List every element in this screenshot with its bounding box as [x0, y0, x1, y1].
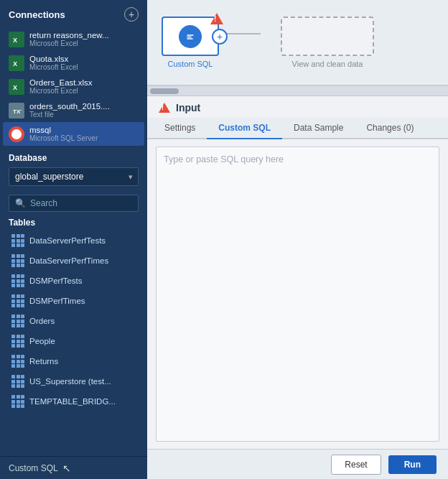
table-name: Orders — [29, 317, 55, 325]
tabs-bar: Settings Custom SQL Data Sample Changes … — [147, 118, 448, 139]
svg-text:X: X — [13, 37, 17, 44]
table-item[interactable]: DSMPerfTests — [9, 271, 139, 291]
node-icon — [179, 25, 202, 48]
node-label: Custom SQL — [168, 60, 213, 68]
database-dropdown[interactable]: global_superstore — [9, 167, 139, 186]
tab-custom-sql[interactable]: Custom SQL — [207, 118, 282, 139]
table-grid-icon — [11, 395, 24, 408]
table-item[interactable]: DataServerPerfTimes — [9, 251, 139, 271]
add-connection-button[interactable]: + — [124, 7, 139, 22]
connection-type: Text file — [29, 111, 110, 118]
svg-text:TXT: TXT — [13, 108, 22, 115]
connection-type: Microsoft Excel — [29, 87, 93, 95]
table-item[interactable]: People — [9, 331, 139, 351]
right-content: + Custom SQL View and clean data Input — [147, 0, 448, 479]
search-section: 🔍 — [0, 190, 147, 218]
table-name: People — [29, 337, 55, 345]
connection-info: mssql Microsoft SQL Server — [29, 126, 98, 142]
table-grid-icon — [11, 254, 24, 267]
connection-item[interactable]: X Quota.xlsx Microsoft Excel — [3, 51, 144, 75]
excel-icon: X — [9, 55, 24, 71]
custom-sql-node-box: + — [162, 17, 219, 56]
action-bar: Reset Run — [147, 449, 448, 479]
connection-name: mssql — [29, 126, 98, 134]
tab-data-sample[interactable]: Data Sample — [282, 118, 355, 139]
table-name: Returns — [29, 357, 58, 366]
run-button[interactable]: Run — [388, 455, 437, 474]
table-item[interactable]: Orders — [9, 311, 139, 331]
view-clean-label: View and clean data — [292, 60, 363, 68]
connection-info: Orders_East.xlsx Microsoft Excel — [29, 78, 93, 95]
table-item[interactable]: TEMPTABLE_BRIDG... — [9, 391, 139, 411]
table-item[interactable]: DataServerPerfTests — [9, 231, 139, 251]
table-grid-icon — [11, 375, 24, 388]
table-grid-icon — [11, 274, 24, 287]
input-section: Input Settings Custom SQL Data Sample Ch… — [147, 96, 448, 449]
connection-item[interactable]: TXT orders_south_2015.... Text file — [3, 98, 144, 122]
excel-icon: X — [9, 32, 24, 47]
connection-name: Orders_East.xlsx — [29, 78, 93, 87]
sql-icon — [9, 126, 24, 142]
table-name: TEMPTABLE_BRIDG... — [29, 397, 116, 406]
table-name: US_Superstore (test... — [29, 377, 111, 386]
cursor-icon: ↖ — [62, 462, 71, 474]
sidebar: Connections + X return reasons_new... Mi… — [0, 0, 147, 479]
connection-item-active[interactable]: mssql Microsoft SQL Server — [3, 122, 144, 146]
warning-badge — [210, 12, 223, 25]
connection-name: orders_south_2015.... — [29, 102, 110, 111]
table-item[interactable]: DSMPerfTimes — [9, 291, 139, 311]
search-input[interactable] — [30, 198, 132, 208]
reset-button[interactable]: Reset — [331, 455, 381, 475]
warning-triangle-icon — [210, 13, 223, 24]
view-clean-data-node[interactable]: View and clean data — [281, 17, 374, 68]
connection-list: X return reasons_new... Microsoft Excel … — [0, 27, 147, 146]
custom-sql-node[interactable]: + Custom SQL — [162, 17, 219, 68]
database-section: Database global_superstore — [0, 146, 147, 190]
connections-title: Connections — [9, 9, 65, 20]
search-icon: 🔍 — [15, 198, 26, 208]
connection-info: return reasons_new... Microsoft Excel — [29, 31, 109, 47]
database-label: Database — [9, 153, 139, 163]
view-clean-node-box — [281, 17, 374, 56]
svg-text:X: X — [13, 60, 17, 68]
table-name: DataServerPerfTimes — [29, 256, 108, 265]
input-header: Input — [147, 96, 448, 118]
connection-info: Quota.xlsx Microsoft Excel — [29, 55, 78, 71]
table-name: DSMPerfTests — [29, 276, 83, 285]
tables-label: Tables — [9, 218, 139, 228]
svg-point-9 — [11, 129, 22, 139]
sql-placeholder: Type or paste SQL query here — [164, 154, 284, 164]
database-dropdown-wrapper[interactable]: global_superstore — [9, 167, 139, 186]
scroll-thumb[interactable] — [150, 88, 179, 94]
table-grid-icon — [11, 234, 24, 247]
search-box: 🔍 — [9, 195, 139, 212]
connection-type: Microsoft Excel — [29, 39, 109, 47]
sql-editor-area[interactable]: Type or paste SQL query here — [156, 147, 439, 442]
flow-connector — [225, 33, 261, 34]
connection-item[interactable]: X return reasons_new... Microsoft Excel — [3, 27, 144, 51]
table-name: DSMPerfTimes — [29, 297, 85, 305]
input-warning-icon — [159, 103, 170, 113]
tab-changes[interactable]: Changes (0) — [355, 118, 425, 139]
tab-settings[interactable]: Settings — [153, 118, 207, 139]
table-item[interactable]: US_Superstore (test... — [9, 371, 139, 391]
connections-header: Connections + — [0, 0, 147, 27]
connection-item[interactable]: X Orders_East.xlsx Microsoft Excel — [3, 75, 144, 98]
connection-type: Microsoft SQL Server — [29, 134, 98, 142]
connection-info: orders_south_2015.... Text file — [29, 102, 110, 118]
table-grid-icon — [11, 335, 24, 348]
table-grid-icon — [11, 355, 24, 368]
table-grid-icon — [11, 294, 24, 307]
text-file-icon: TXT — [9, 103, 24, 118]
table-item[interactable]: Returns — [9, 351, 139, 371]
connection-name: Quota.xlsx — [29, 55, 78, 63]
node-plus-button[interactable]: + — [212, 29, 228, 45]
table-grid-icon — [11, 315, 24, 327]
connection-type: Microsoft Excel — [29, 63, 78, 71]
flow-area: + Custom SQL View and clean data — [147, 0, 448, 86]
svg-text:X: X — [13, 84, 17, 91]
bottom-bar: Custom SQL ↖ — [0, 456, 147, 479]
bottom-bar-label: Custom SQL — [9, 463, 58, 473]
horizontal-scrollbar[interactable] — [147, 86, 448, 96]
input-title: Input — [176, 102, 200, 113]
